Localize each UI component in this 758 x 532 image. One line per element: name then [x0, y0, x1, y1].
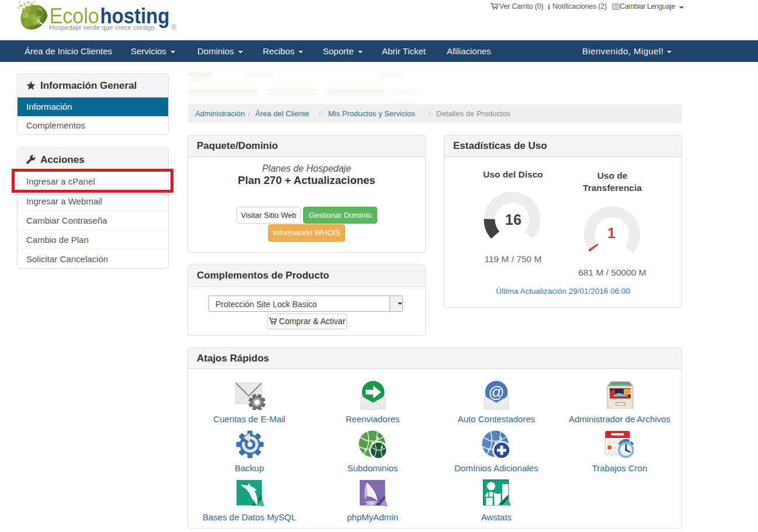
svg-text:@: @	[488, 384, 504, 401]
svg-text:16: 16	[505, 211, 521, 228]
svg-text:®: ®	[171, 23, 176, 32]
svg-text:1: 1	[607, 225, 616, 241]
svg-text:Hospedaje verde que crece cont: Hospedaje verde que crece contigo.	[49, 25, 157, 31]
